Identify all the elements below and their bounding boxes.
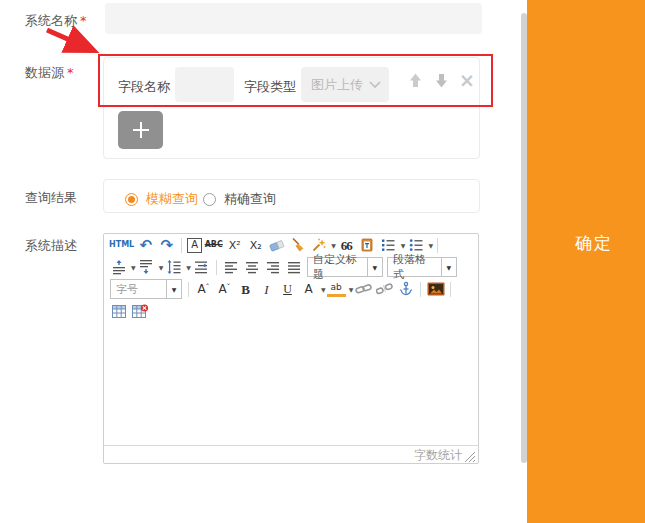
border-text-button[interactable]: A <box>187 238 202 253</box>
radio-option-exact[interactable]: 精确查询 <box>203 190 276 208</box>
redo-button[interactable]: ↷ <box>157 236 176 255</box>
dropdown-caret-icon[interactable]: ▼ <box>131 264 136 271</box>
html-source-button[interactable]: HTML <box>109 236 134 255</box>
system-description-label: 系统描述 <box>25 237 77 255</box>
unlink-icon[interactable] <box>375 280 394 299</box>
required-asterisk: * <box>67 65 74 80</box>
radio-unselected-icon[interactable] <box>203 193 216 206</box>
word-count-label: 字数统计 <box>414 447 462 464</box>
custom-title-value: 自定义标题 <box>308 258 367 276</box>
query-result-label: 查询结果 <box>25 189 77 207</box>
font-color-button[interactable]: A <box>299 280 318 299</box>
form-page: 系统名称* 数据源* 字段名称 字段类型 图片上传 × <box>0 0 645 523</box>
dropdown-caret-icon[interactable]: ▼ <box>321 286 326 293</box>
annotation-arrow-icon <box>42 25 108 59</box>
remove-format-button[interactable]: ABC <box>204 236 223 255</box>
subscript-button[interactable]: X₂ <box>246 236 265 255</box>
field-type-value: 图片上传 <box>311 76 363 94</box>
rich-text-editor: HTML ↶ ↷ A ABC X² X₂ <box>103 233 479 464</box>
radio-option-label: 模糊查询 <box>146 190 198 208</box>
radio-option-fuzzy[interactable]: 模糊查询 <box>125 190 198 208</box>
plus-icon <box>130 119 152 141</box>
paragraph-format-select[interactable]: 段落格式 ▼ <box>387 257 457 277</box>
editor-toolbar-row-4 <box>104 300 478 322</box>
field-name-input[interactable] <box>175 67 234 102</box>
underline-button[interactable]: U <box>278 280 297 299</box>
move-up-icon[interactable] <box>407 72 424 89</box>
toolbar-separator <box>188 282 189 297</box>
bold-button[interactable]: B <box>236 280 255 299</box>
editor-toolbar-row-2: ▼ ▼ ▼ <box>104 256 478 278</box>
align-justify-icon[interactable] <box>285 258 304 277</box>
align-left-icon[interactable] <box>222 258 241 277</box>
toolbar-separator <box>216 260 217 275</box>
link-icon[interactable] <box>354 280 373 299</box>
line-height-icon[interactable] <box>164 258 183 277</box>
system-name-input[interactable] <box>105 3 482 34</box>
side-panel: 确定 <box>527 0 645 523</box>
dropdown-caret-icon[interactable]: ▼ <box>401 242 406 249</box>
dropdown-caret-icon[interactable]: ▼ <box>428 242 433 249</box>
insert-image-icon[interactable] <box>426 280 445 299</box>
highlight-color-button[interactable]: ab <box>327 281 346 297</box>
radio-option-label: 精确查询 <box>224 190 276 208</box>
chevron-down-icon[interactable]: ▼ <box>441 258 456 276</box>
paragraph-format-value: 段落格式 <box>388 258 441 276</box>
align-right-icon[interactable] <box>264 258 283 277</box>
font-size-value: 字号 <box>111 280 166 298</box>
eraser-icon[interactable] <box>267 236 286 255</box>
remove-field-icon[interactable]: × <box>459 71 475 90</box>
toolbar-separator <box>450 282 451 297</box>
dropdown-caret-icon[interactable]: ▼ <box>186 264 191 271</box>
data-source-label: 数据源* <box>25 64 74 82</box>
dropdown-caret-icon[interactable]: ▼ <box>159 264 164 271</box>
italic-button[interactable]: I <box>257 280 276 299</box>
space-before-paragraph-icon[interactable] <box>109 258 128 277</box>
confirm-button[interactable]: 确定 <box>527 232 645 255</box>
resize-handle-icon[interactable] <box>464 451 476 463</box>
anchor-icon[interactable] <box>396 280 415 299</box>
move-down-icon[interactable] <box>433 72 450 89</box>
query-result-card: 模糊查询 精确查询 <box>103 179 480 213</box>
delete-table-icon[interactable] <box>130 302 149 321</box>
increase-font-button[interactable]: Aˆ <box>194 280 213 299</box>
chevron-down-icon[interactable]: ▼ <box>367 258 382 276</box>
decrease-font-button[interactable]: Aˇ <box>215 280 234 299</box>
dropdown-caret-icon[interactable]: ▼ <box>349 286 354 293</box>
toolbar-separator <box>437 238 438 253</box>
field-type-label: 字段类型 <box>244 78 296 96</box>
superscript-button[interactable]: X² <box>225 236 244 255</box>
editor-status-bar: 字数统计 <box>104 445 478 465</box>
custom-title-select[interactable]: 自定义标题 ▼ <box>307 257 383 277</box>
add-field-button[interactable] <box>118 111 163 149</box>
toolbar-separator <box>420 282 421 297</box>
space-after-paragraph-icon[interactable] <box>137 258 156 277</box>
editor-content-area[interactable] <box>104 322 478 445</box>
chevron-down-icon <box>369 81 381 89</box>
field-name-label: 字段名称 <box>118 78 170 96</box>
field-type-select[interactable]: 图片上传 <box>301 67 389 102</box>
dropdown-caret-icon[interactable]: ▼ <box>331 242 336 249</box>
toolbar-separator <box>181 238 182 253</box>
align-center-icon[interactable] <box>243 258 262 277</box>
insert-table-icon[interactable] <box>109 302 128 321</box>
font-size-select[interactable]: 字号 ▼ <box>110 279 182 299</box>
broom-icon[interactable] <box>288 236 307 255</box>
undo-button[interactable]: ↶ <box>136 236 155 255</box>
radio-selected-icon[interactable] <box>125 193 138 206</box>
indent-icon[interactable] <box>192 258 211 277</box>
chevron-down-icon[interactable]: ▼ <box>166 280 181 298</box>
data-source-card: 字段名称 字段类型 图片上传 × <box>103 57 480 159</box>
